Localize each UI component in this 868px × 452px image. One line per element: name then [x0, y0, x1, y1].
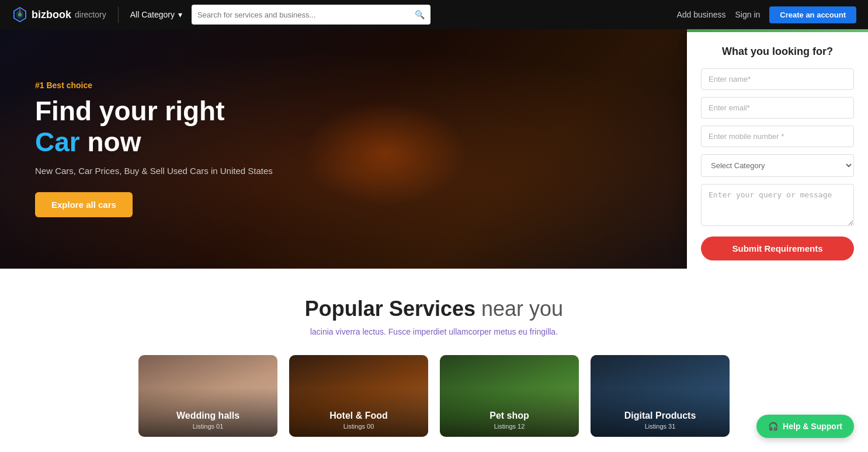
sign-in-link[interactable]: Sign in [735, 10, 760, 19]
add-business-link[interactable]: Add business [676, 10, 725, 19]
service-card-food[interactable]: Hotel & Food Listings 00 [289, 355, 428, 437]
create-account-button[interactable]: Create an account [769, 6, 856, 23]
service-card-wedding[interactable]: Wedding halls Listings 01 [138, 355, 277, 437]
chevron-down-icon: ▾ [178, 10, 182, 19]
explore-button[interactable]: Explore all cars [35, 192, 133, 217]
popular-title-near: near you [481, 297, 563, 321]
navbar: bizbook directory All Category ▾ 🔍 Add b… [0, 0, 868, 29]
form-name-input[interactable] [701, 68, 854, 90]
hero-subtitle: New Cars, Car Prices, Buy & Sell Used Ca… [35, 166, 468, 176]
search-bar[interactable]: 🔍 [192, 5, 430, 25]
popular-title-bold: Popular Services [305, 297, 475, 321]
hero-content: #1 Best choice Find your right Car now N… [0, 29, 504, 269]
card-listings-wedding: Listings 01 [138, 423, 277, 430]
hero-badge: #1 Best choice [35, 81, 468, 90]
help-label: Help & Support [783, 422, 842, 431]
hero-title-line2: now [88, 127, 141, 157]
help-support-button[interactable]: 🎧 Help & Support [756, 415, 854, 438]
hero-section: #1 Best choice Find your right Car now N… [0, 29, 868, 269]
hero-title-highlight: Car [35, 127, 80, 157]
form-message-textarea[interactable] [701, 184, 854, 226]
popular-section: Popular Services near you lacinia viverr… [0, 269, 868, 452]
card-content-digital: Digital Products Listings 31 [591, 411, 730, 430]
hero-form: What you looking for? Select Category Au… [687, 29, 868, 269]
card-listings-pet: Listings 12 [440, 423, 579, 430]
card-listings-food: Listings 00 [289, 423, 428, 430]
card-content-food: Hotel & Food Listings 00 [289, 411, 428, 430]
nav-divider [118, 6, 119, 23]
card-name-digital: Digital Products [591, 411, 730, 421]
category-dropdown[interactable]: All Category ▾ [130, 10, 182, 19]
popular-subtitle: lacinia viverra lectus. Fusce imperdiet … [12, 327, 856, 336]
card-content-pet: Pet shop Listings 12 [440, 411, 579, 430]
card-listings-digital: Listings 31 [591, 423, 730, 430]
logo-text: bizbook [32, 9, 71, 21]
service-card-digital[interactable]: Digital Products Listings 31 [591, 355, 730, 437]
search-icon: 🔍 [415, 10, 425, 19]
card-name-food: Hotel & Food [289, 411, 428, 421]
card-name-pet: Pet shop [440, 411, 579, 421]
popular-title: Popular Services near you [12, 297, 856, 321]
card-name-wedding: Wedding halls [138, 411, 277, 421]
form-top-bar [687, 29, 868, 32]
hero-title-line1: Find your right [35, 96, 225, 126]
form-title: What you looking for? [701, 46, 854, 58]
form-mobile-input[interactable] [701, 126, 854, 147]
svg-point-2 [18, 13, 22, 16]
headset-icon: 🎧 [768, 422, 778, 431]
logo[interactable]: bizbook directory [12, 6, 106, 23]
card-content-wedding: Wedding halls Listings 01 [138, 411, 277, 430]
category-label: All Category [130, 10, 175, 19]
logo-subtext: directory [75, 10, 106, 19]
service-cards-row: Wedding halls Listings 01 Hotel & Food L… [113, 355, 755, 437]
service-card-pet[interactable]: Pet shop Listings 12 [440, 355, 579, 437]
search-input[interactable] [197, 11, 415, 19]
form-category-select[interactable]: Select Category Automotive Hotels & Food… [701, 154, 854, 177]
logo-icon [12, 6, 28, 23]
submit-button[interactable]: Submit Requirements [701, 237, 854, 260]
hero-title: Find your right Car now [35, 96, 468, 158]
form-email-input[interactable] [701, 97, 854, 119]
